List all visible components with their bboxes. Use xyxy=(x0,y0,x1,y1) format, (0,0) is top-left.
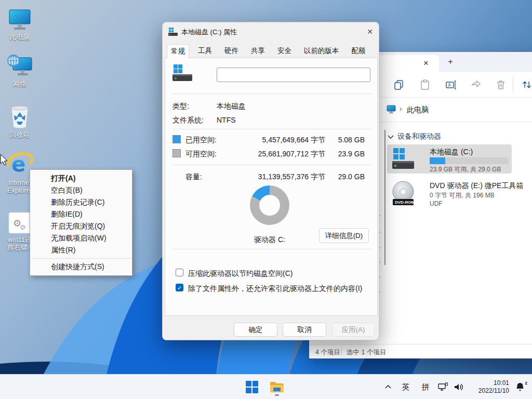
tab-quota[interactable]: 配额 xyxy=(348,44,369,58)
desktop-icon-network[interactable]: 网络 xyxy=(0,53,39,88)
local-disk-icon xyxy=(391,147,415,171)
used-space-bytes: 5,457,649,664 字节 xyxy=(248,136,325,145)
drive-usage-fill xyxy=(430,157,445,164)
divider xyxy=(172,249,371,249)
sort-icon[interactable] xyxy=(521,79,532,90)
taskbar: 英 拼 10:01 2022/11/10 z xyxy=(0,374,532,399)
chevron-down-icon[interactable] xyxy=(387,134,394,141)
share-icon[interactable] xyxy=(470,79,482,90)
dvd-drive-icon: DVD-ROM xyxy=(391,181,415,206)
breadcrumb[interactable]: 此电脑 xyxy=(407,105,429,115)
tab-close-icon[interactable]: ✕ xyxy=(421,59,431,68)
desktop-icon-recycle-bin[interactable]: 回收站 xyxy=(0,104,39,139)
general-tab-page: 类型: 本地磁盘 文件系统: NTFS 已用空间: 5,457,649,664 … xyxy=(165,58,378,316)
menu-item-open[interactable]: 打开(A) xyxy=(30,172,132,184)
usage-donut xyxy=(250,185,289,225)
desktop-icon-label: 此电脑 xyxy=(0,33,39,41)
divider xyxy=(172,94,371,94)
dialog-close-icon[interactable]: ✕ xyxy=(364,27,376,37)
tab-hardware[interactable]: 硬件 xyxy=(221,44,242,58)
type-value: 本地磁盘 xyxy=(217,102,246,111)
this-pc-icon xyxy=(0,6,39,31)
free-space-bytes: 25,681,907,712 字节 xyxy=(248,150,325,159)
start-button[interactable] xyxy=(244,378,260,396)
network-icon[interactable] xyxy=(435,382,451,392)
free-space-label: 可用空间: xyxy=(185,150,217,159)
drive-caption-label: 驱动器 C: xyxy=(228,235,312,245)
volume-label-input[interactable] xyxy=(217,68,370,82)
desktop-icon-label: 回收站 xyxy=(0,131,39,139)
tray-chevron-up-icon[interactable] xyxy=(380,383,396,391)
used-space-swatch xyxy=(172,135,181,143)
menu-item-properties[interactable]: 属性(R) xyxy=(30,244,132,256)
taskbar-file-explorer[interactable] xyxy=(269,378,285,396)
properties-dialog: 本地磁盘 (C:) 属性 ✕ 常规 工具 硬件 共享 安全 以前的版本 配额 类… xyxy=(162,22,379,340)
drive-item-local-disk-c[interactable]: 本地磁盘 (C:) 23.9 GB 可用, 共 29.0 GB xyxy=(387,144,512,174)
ime-language-indicator[interactable]: 英 xyxy=(396,382,416,392)
ok-button[interactable]: 确定 xyxy=(234,323,277,337)
windows-logo-icon xyxy=(246,381,258,393)
filesystem-value: NTFS xyxy=(217,116,236,124)
menu-item-create-shortcut[interactable]: 创建快捷方式(S) xyxy=(30,261,132,273)
copy-icon[interactable] xyxy=(393,79,405,90)
delete-icon[interactable] xyxy=(495,79,507,90)
divider xyxy=(172,165,371,165)
menu-separator xyxy=(31,258,131,259)
apply-button[interactable]: 应用(A) xyxy=(332,323,375,337)
drive-item-dvd-e[interactable]: DVD-ROM DVD 驱动器 (E:) 微PE工具箱 0 字节 可用, 共 1… xyxy=(387,178,512,210)
svg-text:⚙: ⚙ xyxy=(20,223,26,231)
drive-caption: 23.9 GB 可用, 共 29.0 GB xyxy=(430,165,501,174)
type-label: 类型: xyxy=(172,102,189,111)
menu-item-inprivate[interactable]: 开启无痕浏览(Q) xyxy=(30,220,132,232)
dialog-tab-strip: 常规 工具 硬件 共享 安全 以前的版本 配额 xyxy=(167,44,375,58)
svg-text:A: A xyxy=(448,83,451,88)
free-space-gb: 23.9 GB xyxy=(331,150,365,158)
notification-bell-icon[interactable]: z xyxy=(512,382,528,392)
filesystem-label: 文件系统: xyxy=(172,116,204,125)
clock-date: 2022/11/10 xyxy=(472,387,509,395)
tab-tools[interactable]: 工具 xyxy=(194,44,216,58)
free-space-swatch xyxy=(172,149,181,157)
tab-sharing[interactable]: 共享 xyxy=(247,44,269,58)
tab-security[interactable]: 安全 xyxy=(274,44,295,58)
network-icon xyxy=(0,53,39,78)
used-space-gb: 5.08 GB xyxy=(331,136,365,144)
item-count: 4 个项目 xyxy=(315,348,340,357)
selected-count: 选中 1 个项目 xyxy=(347,348,386,357)
ime-mode-indicator[interactable]: 拼 xyxy=(416,382,435,392)
toolbar-separator xyxy=(513,77,513,92)
drive-icon-large xyxy=(172,64,193,82)
menu-item-blank-page[interactable]: 空白页(B) xyxy=(30,184,132,196)
new-tab-button[interactable]: + xyxy=(445,57,456,67)
breadcrumb-chevron-icon: › xyxy=(400,104,402,113)
volume-icon[interactable] xyxy=(451,382,467,392)
context-menu: 打开(A) 空白页(B) 删除历史记录(C) 删除IE(D) 开启无痕浏览(Q)… xyxy=(30,169,132,276)
this-pc-crumb-icon xyxy=(387,105,396,114)
dialog-title: 本地磁盘 (C:) 属性 xyxy=(181,28,237,37)
divider xyxy=(172,129,371,129)
dnd-z-badge: z xyxy=(525,380,528,385)
desktop-icon-this-pc[interactable]: 此电脑 xyxy=(0,6,39,41)
taskbar-clock[interactable]: 10:01 2022/11/10 xyxy=(472,379,509,395)
tab-previous-versions[interactable]: 以前的版本 xyxy=(300,44,343,58)
running-indicator xyxy=(275,394,279,396)
drive-usage-bar xyxy=(430,157,509,164)
rename-icon[interactable]: A xyxy=(445,79,457,90)
capacity-gb: 29.0 GB xyxy=(331,172,365,181)
capacity-bytes: 31,139,557,376 字节 xyxy=(248,172,325,182)
pane-splitter[interactable] xyxy=(384,130,385,265)
menu-item-delete-history[interactable]: 删除历史记录(C) xyxy=(30,196,132,208)
recycle-bin-icon xyxy=(0,104,39,129)
details-button[interactable]: 详细信息(D) xyxy=(319,228,369,243)
menu-item-delete-ie[interactable]: 删除IE(D) xyxy=(30,208,132,220)
desktop-icon-label: 网络 xyxy=(0,80,39,88)
compress-checkbox[interactable] xyxy=(176,269,183,276)
status-separator xyxy=(341,348,342,355)
cancel-button[interactable]: 取消 xyxy=(283,323,326,337)
menu-item-no-addons[interactable]: 无加载项启动(W) xyxy=(30,232,132,244)
index-checkbox[interactable]: ✓ xyxy=(176,284,183,291)
tab-general[interactable]: 常规 xyxy=(167,44,189,59)
paste-icon[interactable] xyxy=(419,79,431,90)
dialog-title-bar[interactable]: 本地磁盘 (C:) 属性 ✕ xyxy=(163,22,379,41)
used-space-label: 已用空间: xyxy=(185,136,217,145)
